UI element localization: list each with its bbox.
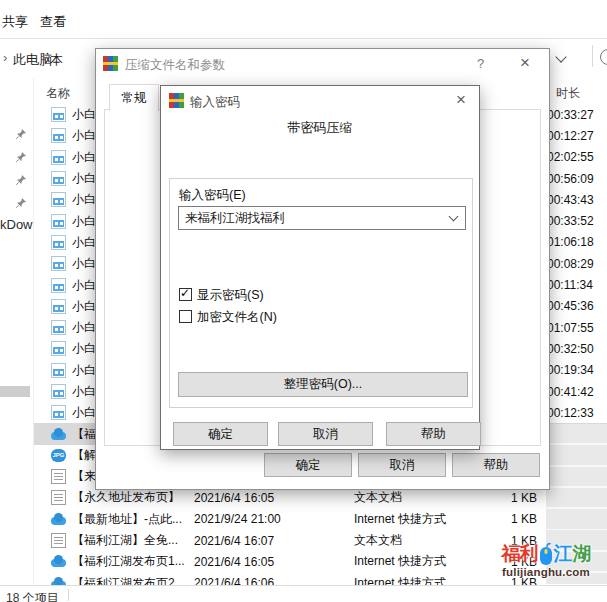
- tab-general[interactable]: 常规: [109, 84, 159, 111]
- winrar-icon: [103, 56, 118, 71]
- close-icon[interactable]: ×: [456, 91, 466, 108]
- winrar-icon: [169, 93, 184, 108]
- file-type-icon: [51, 533, 66, 548]
- column-header-name[interactable]: 名称: [46, 85, 70, 102]
- file-type-icon: [51, 469, 66, 484]
- ribbon-tab-view[interactable]: 查看: [40, 13, 66, 31]
- pin-icon: [15, 151, 27, 163]
- video-file-icon: [51, 256, 66, 271]
- video-file-icon: [51, 107, 66, 122]
- column-header-duration[interactable]: 时长: [556, 85, 580, 102]
- file-date: 2021/6/4 16:05: [194, 555, 354, 569]
- video-file-icon: [51, 192, 66, 207]
- close-icon[interactable]: ×: [520, 54, 530, 71]
- password-cancel-button[interactable]: 取消: [278, 422, 373, 446]
- watermark-domain: fulijianghu.com: [490, 566, 602, 578]
- password-input-label: 输入密码(E): [179, 187, 246, 204]
- video-file-icon: [51, 235, 66, 250]
- file-type: 文本文档: [354, 489, 484, 506]
- file-size: 1 KB: [484, 512, 537, 526]
- video-file-icon: [51, 128, 66, 143]
- password-help-button[interactable]: 帮助: [386, 422, 481, 446]
- video-file-icon: [51, 214, 66, 229]
- file-date: 2021/6/4 16:07: [194, 534, 354, 548]
- file-date: 2021/9/24 21:00: [194, 512, 354, 526]
- file-size: 1 KB: [484, 491, 537, 505]
- watermark-brand-left: 福利: [502, 543, 538, 565]
- archive-help-button[interactable]: 帮助: [452, 453, 540, 477]
- file-type-icon: [51, 490, 66, 505]
- archive-dialog-title: 压缩文件名和参数: [125, 57, 225, 74]
- site-watermark: 福利 江湖 fulijianghu.com: [490, 542, 602, 578]
- file-type: Internet 快捷方式: [354, 511, 484, 528]
- refresh-icon[interactable]: [600, 49, 607, 65]
- video-file-icon: [51, 341, 66, 356]
- address-separator: [592, 45, 593, 67]
- archive-cancel-button[interactable]: 取消: [358, 453, 446, 477]
- pin-icon: [15, 128, 27, 140]
- items-count: 18 个项目: [6, 590, 59, 602]
- file-name: 【福利江湖】全免...: [66, 532, 194, 549]
- password-dialog: 输入密码 × 带密码压缩 输入密码(E) 来福利江湖找福利 显示密码(S) 加密…: [160, 85, 480, 450]
- video-file-icon: [51, 384, 66, 399]
- show-password-checkbox[interactable]: [179, 288, 192, 301]
- file-row[interactable]: 【永久地址发布页】 2021/6/4 16:05 文本文档 1 KB: [34, 487, 607, 508]
- file-type-icon: [51, 448, 66, 463]
- nav-horizontal-scrollbar[interactable]: [0, 386, 30, 397]
- password-heading: 带密码压缩: [161, 119, 479, 137]
- video-file-icon: [51, 320, 66, 335]
- help-icon[interactable]: ?: [477, 56, 484, 71]
- organize-passwords-button[interactable]: 整理密码(O)...: [178, 372, 468, 397]
- file-name: 【永久地址发布页】: [66, 489, 194, 506]
- encrypt-names-label: 加密文件名(N): [197, 309, 277, 326]
- file-type-icon: [51, 512, 66, 527]
- file-type-icon: [51, 554, 66, 569]
- file-name: 【福利江湖发布页1...: [66, 553, 194, 570]
- file-row[interactable]: 【最新地址】-点此... 2021/9/24 21:00 Internet 快捷…: [34, 509, 607, 530]
- explorer-window: 共享 查看 › 此电脑 › 本 kDow 名称 时长 小白: [0, 0, 607, 602]
- file-date: 2021/6/4 16:05: [194, 491, 354, 505]
- breadcrumb-chevron: ›: [3, 50, 7, 65]
- breadcrumb-local-disk[interactable]: 本: [50, 51, 63, 69]
- watermark-brand-hu: 湖: [573, 543, 591, 565]
- ribbon-tabs: 共享 查看: [0, 0, 607, 39]
- file-type-icon: [51, 427, 66, 442]
- file-type: 文本文档: [354, 532, 484, 549]
- address-dropdown-icon[interactable]: [556, 53, 566, 63]
- pin-icon: [15, 174, 27, 186]
- status-bar: 18 个项目: [0, 585, 607, 602]
- archive-ok-button[interactable]: 确定: [264, 453, 352, 477]
- video-file-icon: [51, 150, 66, 165]
- password-input[interactable]: 来福利江湖找福利: [178, 206, 466, 230]
- password-dialog-title: 输入密码: [190, 94, 240, 111]
- breadcrumb-chevron: ›: [42, 50, 46, 65]
- mouse-icon: [539, 542, 553, 566]
- pin-icon: [15, 197, 27, 209]
- video-file-icon: [51, 405, 66, 420]
- password-ok-button[interactable]: 确定: [173, 422, 268, 446]
- video-file-icon: [51, 299, 66, 314]
- video-file-icon: [51, 278, 66, 293]
- ribbon-tab-share[interactable]: 共享: [2, 13, 28, 31]
- watermark-brand-jiang: 江: [554, 543, 572, 565]
- file-type: Internet 快捷方式: [354, 553, 484, 570]
- file-name: 【最新地址】-点此...: [66, 511, 194, 528]
- nav-folder-label[interactable]: kDow: [0, 217, 33, 232]
- video-file-icon: [51, 171, 66, 186]
- show-password-label: 显示密码(S): [197, 287, 264, 304]
- video-file-icon: [51, 363, 66, 378]
- encrypt-names-checkbox[interactable]: [179, 310, 192, 323]
